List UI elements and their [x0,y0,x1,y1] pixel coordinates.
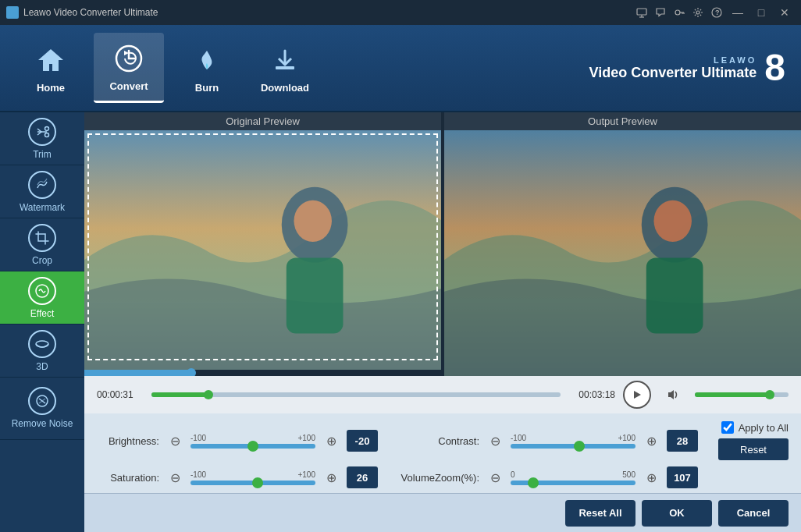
brightness-handle[interactable] [247,441,258,452]
svg-point-14 [45,133,49,137]
contrast-label: Contrast: [417,435,479,447]
download-icon [268,43,302,77]
crop-label: Crop [32,255,52,266]
brand-product: Video Converter Ultimate [589,65,757,81]
toolbar-item-download[interactable]: Download [250,33,320,103]
sidebar-item-watermark[interactable]: Watermark [0,165,84,218]
burn-icon [190,43,224,77]
trim-icon [28,118,56,146]
svg-rect-22 [287,258,344,334]
toolbar: Home Convert Burn [0,25,801,112]
sidebar-item-effect[interactable]: Effect [0,271,84,325]
original-video-frame [84,130,441,376]
brand-name: LEAWO [589,55,757,65]
svg-rect-0 [637,9,646,15]
svg-point-27 [653,200,691,242]
ok-button[interactable]: OK [642,500,712,527]
original-preview-label: Original Preview [84,112,441,130]
key-icon[interactable] [671,5,687,20]
svg-marker-28 [634,391,641,399]
apply-to-all-checkbox[interactable] [721,421,734,434]
svg-point-16 [36,341,48,347]
sidebar: Trim Watermark Crop Effect [0,112,84,532]
sidebar-item-remove-noise[interactable]: Remove Noise [0,378,84,440]
output-video-placeholder [444,130,801,376]
toolbar-item-home[interactable]: Home [16,33,86,103]
contrast-value: 28 [667,430,698,452]
volumezoom-range-labels: 0 500 [511,470,635,479]
saturation-plus[interactable]: ⊕ [323,470,339,485]
contrast-minus[interactable]: ⊖ [487,433,503,449]
toolbar-item-burn[interactable]: Burn [172,33,242,103]
saturation-label: Saturation: [97,472,159,484]
titlebar-controls: ? — □ ✕ [634,5,795,20]
svg-rect-26 [646,258,703,334]
saturation-range: -100 +100 [190,470,315,485]
original-scrubber-handle[interactable] [187,368,196,376]
reset-all-button[interactable]: Reset All [565,500,635,527]
original-scrubber[interactable] [84,370,441,376]
convert-icon [112,41,146,76]
volumezoom-handle[interactable] [528,477,539,488]
screen-icon[interactable] [634,5,650,20]
brightness-plus[interactable]: ⊕ [323,433,339,449]
brightness-track[interactable] [190,444,315,449]
saturation-minus[interactable]: ⊖ [167,470,183,485]
timeline-handle[interactable] [204,390,213,399]
contrast-track[interactable] [511,444,635,449]
saturation-track[interactable] [190,481,315,485]
titlebar-left: Leawo Video Converter Ultimate [6,6,158,19]
output-video-frame [444,130,801,376]
sidebar-item-3d[interactable]: 3D [0,325,84,378]
toolbar-item-convert[interactable]: Convert [94,33,164,103]
apply-to-all-label: Apply to All [739,422,789,434]
contrast-range-labels: -100 +100 [511,434,635,442]
preview-area: Original Preview [84,112,801,376]
effect-controls: Brightness: ⊖ -100 +100 ⊕ -20 Contrast: [84,413,801,493]
volumezoom-value: 107 [667,466,698,488]
brightness-range: -100 +100 [190,434,315,449]
3d-label: 3D [36,361,48,372]
original-video-placeholder [84,130,441,376]
original-scrubber-progress [84,370,191,376]
volume-progress [695,392,770,397]
brightness-minus[interactable]: ⊖ [167,433,183,449]
gear-icon[interactable] [690,5,706,20]
3d-icon [28,330,56,358]
brand-version: 8 [764,49,785,87]
sidebar-item-trim[interactable]: Trim [0,112,84,165]
main-area: Trim Watermark Crop Effect [0,112,801,532]
timeline-track[interactable] [151,392,561,397]
reset-button[interactable]: Reset [718,438,789,460]
effect-label: Effect [30,308,54,319]
maximize-button[interactable]: □ [751,5,771,20]
trim-label: Trim [33,149,52,160]
home-icon [34,43,68,77]
brand-text: LEAWO Video Converter Ultimate [589,55,757,81]
contrast-range: -100 +100 [511,434,635,449]
volumezoom-plus[interactable]: ⊕ [643,470,659,485]
output-preview-panel: Output Preview [444,112,801,376]
cancel-button[interactable]: Cancel [718,500,789,527]
burn-label: Burn [195,82,219,94]
minimize-button[interactable]: — [728,5,748,20]
volume-button[interactable] [659,381,687,409]
sidebar-item-crop[interactable]: Crop [0,218,84,271]
svg-point-7 [696,11,700,14]
volumezoom-minus[interactable]: ⊖ [487,470,503,485]
close-button[interactable]: ✕ [774,5,795,20]
volumezoom-track[interactable] [511,481,635,485]
apply-section: Apply to All Reset [718,421,789,460]
contrast-handle[interactable] [574,441,585,452]
apply-checkbox-row: Apply to All [721,421,789,434]
brand: LEAWO Video Converter Ultimate 8 [589,49,785,87]
time-total: 00:03:18 [568,389,615,400]
remove-noise-icon [28,387,56,415]
saturation-handle[interactable] [252,477,263,488]
chat-icon[interactable] [653,5,668,20]
volume-slider[interactable] [695,392,789,397]
contrast-plus[interactable]: ⊕ [643,433,659,449]
volume-handle[interactable] [765,390,774,399]
help-icon[interactable]: ? [709,5,724,20]
play-button[interactable] [623,381,651,409]
